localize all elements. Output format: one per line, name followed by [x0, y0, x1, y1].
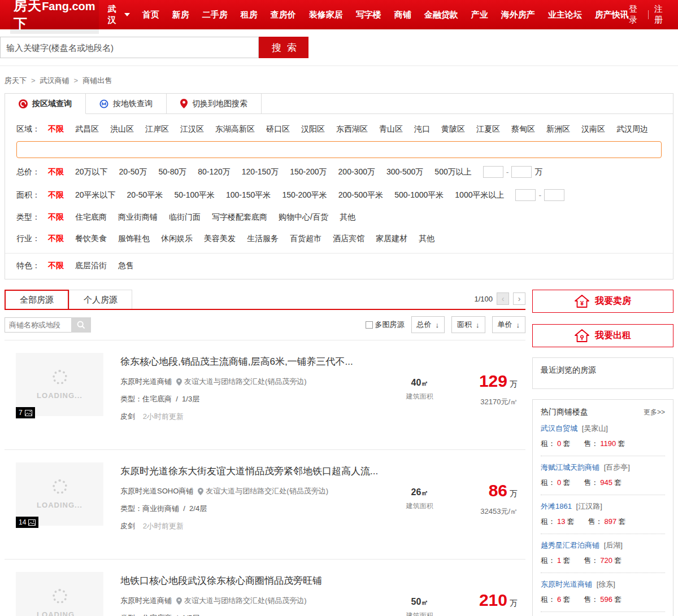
nav-item[interactable]: 房产快讯 — [595, 10, 629, 20]
filter-option[interactable]: 200-500平米 — [338, 190, 383, 199]
filter-option[interactable]: 120-150万 — [242, 167, 279, 176]
filter-option[interactable]: 东湖高新区 — [215, 124, 255, 133]
filter-option[interactable]: 1000平米以上 — [455, 190, 504, 199]
filter-option[interactable]: 休闲娱乐 — [161, 234, 193, 243]
listing-thumbnail[interactable]: LOADING... 14 — [16, 462, 103, 526]
multi-image-filter[interactable]: 多图房源 — [366, 320, 405, 330]
hot-shops-more-link[interactable]: 更多>> — [644, 408, 665, 417]
breadcrumb-item[interactable]: 房天下 — [5, 76, 36, 86]
keyword-search-input[interactable] — [0, 37, 259, 58]
filter-option[interactable]: 汉南区 — [581, 124, 605, 133]
filter-option[interactable]: 100-150平米 — [226, 190, 271, 199]
filter-selected[interactable]: 不限 — [48, 212, 64, 222]
hot-shop-name[interactable]: 越秀星汇君泊商铺 — [541, 541, 599, 549]
search-button[interactable]: 搜索 — [259, 37, 308, 58]
agent-name[interactable]: 皮剑 — [120, 412, 135, 421]
tab-query-by-region[interactable]: 按区域查询 — [5, 94, 86, 114]
filter-selected[interactable]: 不限 — [48, 190, 64, 200]
agent-name[interactable]: 皮剑 — [120, 522, 135, 530]
tab-personal-listings[interactable]: 个人房源 — [69, 290, 132, 309]
filter-option[interactable]: 硚口区 — [266, 124, 290, 133]
nav-item[interactable]: 二手房 — [202, 10, 228, 20]
filter-option[interactable]: 200-300万 — [338, 167, 375, 176]
tab-query-by-metro[interactable]: 按地铁查询 — [86, 94, 167, 113]
nav-item[interactable]: 查房价 — [271, 10, 296, 20]
login-link[interactable]: 登录 — [629, 4, 642, 25]
mini-search-input[interactable] — [5, 317, 71, 333]
filter-selected[interactable]: 不限 — [48, 167, 64, 177]
filter-option[interactable]: 武汉周边 — [616, 124, 648, 133]
hot-shop-name[interactable]: 武汉自贸城 — [541, 424, 577, 432]
listing-title[interactable]: 东原时光道徐东大街友谊大道悄品茂旁紧邻地铁口超高人流... — [120, 465, 390, 478]
listing-thumbnail[interactable]: LOADING... 7 — [16, 353, 103, 416]
listing-title[interactable]: 徐东核心地段,销品茂主流商铺,层高6米,一铺养三代不... — [120, 355, 390, 368]
hot-shop-name[interactable]: 外滩1861 — [541, 502, 572, 510]
filter-option[interactable]: 购物中心/百货 — [279, 212, 328, 221]
filter-option[interactable]: 服饰鞋包 — [118, 234, 150, 243]
filter-selected[interactable]: 不限 — [48, 261, 64, 271]
sort-button[interactable]: 面积 ↓ — [451, 316, 485, 333]
prev-page-button[interactable]: ‹ — [497, 292, 509, 305]
filter-option[interactable]: 20-50万 — [119, 167, 147, 176]
area-max-input[interactable] — [544, 189, 564, 201]
register-link[interactable]: 注册 — [654, 4, 668, 25]
nav-item[interactable]: 新房 — [172, 10, 189, 20]
filter-option[interactable]: 底层沿街 — [75, 261, 107, 270]
filter-option[interactable]: 急售 — [118, 261, 134, 270]
tab-all-listings[interactable]: 全部房源 — [5, 290, 69, 309]
rent-out-button[interactable]: 我要出租 — [532, 324, 673, 347]
filter-option[interactable]: 其他 — [419, 234, 434, 243]
listing-title[interactable]: 地铁口核心地段武汉徐东核心商圈悄品茂旁旺铺 — [120, 574, 390, 587]
filter-option[interactable]: 青山区 — [379, 124, 403, 133]
filter-option[interactable]: 生活服务 — [247, 234, 279, 243]
nav-item[interactable]: 租房 — [241, 10, 258, 20]
listing-thumbnail[interactable]: LOADING... 12 — [16, 572, 103, 616]
filter-option[interactable]: 东西湖区 — [336, 124, 368, 133]
filter-option[interactable]: 500-1000平米 — [394, 190, 444, 199]
nav-item[interactable]: 装修家居 — [309, 10, 343, 20]
price-min-input[interactable] — [483, 166, 503, 178]
filter-option[interactable]: 美容美发 — [204, 234, 236, 243]
breadcrumb-item[interactable]: 武汉商铺 — [40, 76, 79, 86]
next-page-button[interactable]: › — [513, 292, 525, 305]
city-selector[interactable]: 武汉 — [108, 4, 130, 25]
filter-option[interactable]: 50-80万 — [158, 167, 186, 176]
filter-option[interactable]: 蔡甸区 — [511, 124, 535, 133]
estate-name[interactable]: 东原时光道商铺 — [120, 377, 172, 387]
filter-option[interactable]: 汉阳区 — [301, 124, 325, 133]
filter-selected[interactable]: 不限 — [48, 234, 64, 244]
estate-name[interactable]: 东原时光道SOHO商铺 — [120, 486, 193, 496]
filter-option[interactable]: 500万以上 — [434, 167, 471, 176]
site-logo[interactable]: 房天下 Fang.com — [10, 0, 99, 34]
hot-shop-name[interactable]: 东原时光道商铺 — [541, 580, 592, 588]
filter-option[interactable]: 江汉区 — [180, 124, 204, 133]
filter-option[interactable]: 20平米以下 — [75, 190, 116, 199]
area-min-input[interactable] — [515, 189, 536, 201]
nav-item[interactable]: 写字楼 — [356, 10, 381, 20]
filter-selected[interactable]: 不限 — [48, 124, 64, 134]
filter-option[interactable]: 住宅底商 — [75, 212, 107, 221]
filter-option[interactable]: 新洲区 — [546, 124, 570, 133]
nav-item[interactable]: 商铺 — [394, 10, 411, 20]
filter-option[interactable]: 80-120万 — [198, 167, 231, 176]
filter-option[interactable]: 写字楼配套底商 — [212, 212, 267, 221]
filter-option[interactable]: 餐饮美食 — [75, 234, 107, 243]
filter-option[interactable]: 20-50平米 — [127, 190, 163, 199]
filter-option[interactable]: 其他 — [340, 212, 355, 221]
breadcrumb-item[interactable]: 商铺出售 — [82, 76, 112, 86]
filter-option[interactable]: 商业街商铺 — [118, 212, 158, 221]
filter-option[interactable]: 武昌区 — [75, 124, 99, 133]
filter-option[interactable]: 江岸区 — [145, 124, 169, 133]
filter-option[interactable]: 150-200平米 — [282, 190, 327, 199]
filter-option[interactable]: 江夏区 — [476, 124, 500, 133]
sort-button[interactable]: 总价 ↓ — [411, 316, 445, 333]
mini-search-button[interactable] — [71, 317, 91, 333]
filter-option[interactable]: 临街门面 — [169, 212, 201, 221]
estate-name[interactable]: 东原时光道商铺 — [120, 596, 172, 606]
nav-item[interactable]: 业主论坛 — [548, 10, 582, 20]
sort-button[interactable]: 单价 ↓ — [492, 316, 526, 333]
filter-option[interactable]: 50-100平米 — [174, 190, 215, 199]
nav-item[interactable]: 海外房产 — [501, 10, 535, 20]
nav-item[interactable]: 首页 — [142, 10, 159, 20]
price-max-input[interactable] — [511, 166, 532, 178]
